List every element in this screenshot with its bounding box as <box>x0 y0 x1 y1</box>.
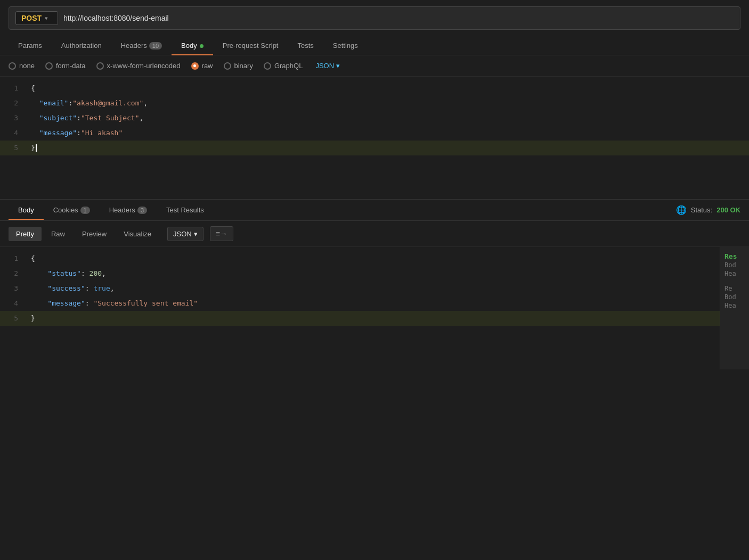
response-section: Body Cookies1 Headers3 Test Results 🌐 St… <box>0 200 749 369</box>
app-wrapper: POST ▾ Params Authorization Headers10 Bo… <box>0 6 749 369</box>
tab-headers[interactable]: Headers10 <box>111 36 172 55</box>
resp-tab-headers[interactable]: Headers3 <box>100 201 157 219</box>
resp-tab-body[interactable]: Body <box>9 201 44 219</box>
radio-none-icon <box>9 62 16 70</box>
response-tabs-bar: Body Cookies1 Headers3 Test Results 🌐 St… <box>0 200 749 221</box>
cursor <box>36 144 37 152</box>
right-res-label: Res <box>724 252 745 260</box>
format-tab-visualize[interactable]: Visualize <box>116 227 159 241</box>
radio-urlencoded-icon <box>96 62 104 70</box>
resp-line-1: 1 { <box>0 251 749 266</box>
tab-tests[interactable]: Tests <box>288 36 323 55</box>
body-dot-icon <box>200 44 203 48</box>
radio-raw-icon <box>191 62 199 70</box>
tab-body[interactable]: Body <box>172 36 213 55</box>
req-line-2: 2 "email":"akash@gmail.com", <box>0 96 749 111</box>
globe-icon: 🌐 <box>676 205 687 215</box>
tab-authorization[interactable]: Authorization <box>52 36 111 55</box>
response-format-bar: Pretty Raw Preview Visualize JSON ▾ ≡→ <box>0 221 749 247</box>
radio-binary-icon <box>224 62 231 70</box>
cookies-badge: 1 <box>80 207 90 214</box>
right-hea-label: Hea <box>724 270 745 277</box>
body-type-form-data[interactable]: form-data <box>45 62 86 70</box>
url-input[interactable] <box>63 14 734 22</box>
body-type-binary[interactable]: binary <box>224 62 253 70</box>
resp-tab-cookies[interactable]: Cookies1 <box>44 201 100 219</box>
format-tab-preview[interactable]: Preview <box>75 227 114 241</box>
body-type-bar: none form-data x-www-form-urlencoded raw… <box>0 55 749 77</box>
radio-graphql-icon <box>264 62 271 70</box>
right-bod-label: Bod <box>724 261 745 269</box>
resp-tab-test-results[interactable]: Test Results <box>157 201 214 219</box>
method-selector[interactable]: POST ▾ <box>15 11 58 25</box>
wrap-button[interactable]: ≡→ <box>210 226 233 241</box>
format-tab-pretty[interactable]: Pretty <box>9 227 42 241</box>
resp-line-2: 2 "status": 200, <box>0 266 749 281</box>
method-chevron-icon: ▾ <box>45 15 48 22</box>
body-type-none[interactable]: none <box>9 62 35 70</box>
right-bod2-label: Bod <box>724 293 745 301</box>
resp-line-4: 4 "message": "Successfully sent email" <box>0 296 749 311</box>
status-label: Status: <box>691 206 712 214</box>
json-format-selector[interactable]: JSON ▾ <box>315 62 340 70</box>
method-label: POST <box>21 14 42 22</box>
req-line-1: 1 { <box>0 81 749 96</box>
url-bar: POST ▾ <box>9 6 740 30</box>
right-re2-label: Re <box>724 285 745 292</box>
req-line-3: 3 "subject":"Test Subject", <box>0 111 749 126</box>
right-hea2-label: Hea <box>724 302 745 309</box>
request-body-editor[interactable]: 1 { 2 "email":"akash@gmail.com", 3 "subj… <box>0 77 749 199</box>
response-json-selector[interactable]: JSON ▾ <box>167 227 203 241</box>
tab-settings[interactable]: Settings <box>323 36 368 55</box>
body-type-raw[interactable]: raw <box>191 62 213 70</box>
req-line-5: 5 } <box>0 141 749 155</box>
resp-line-3: 3 "success": true, <box>0 281 749 296</box>
resp-headers-badge: 3 <box>137 207 147 214</box>
status-area: 🌐 Status: 200 OK <box>676 200 740 220</box>
status-value: 200 OK <box>717 206 740 214</box>
resp-line-5: 5 } <box>0 311 749 326</box>
tab-pre-request-script[interactable]: Pre-request Script <box>213 36 288 55</box>
resp-right-panel: Res Bod Hea Re Bod Hea <box>720 247 749 369</box>
body-type-urlencoded[interactable]: x-www-form-urlencoded <box>96 62 181 70</box>
radio-formdata-icon <box>45 62 53 70</box>
request-tabs-bar: Params Authorization Headers10 Body Pre-… <box>0 36 749 55</box>
req-line-4: 4 "message":"Hi akash" <box>0 126 749 141</box>
body-type-graphql[interactable]: GraphQL <box>264 62 303 70</box>
json-chevron-icon: ▾ <box>336 62 340 70</box>
response-body-editor: 1 { 2 "status": 200, 3 "success": true, … <box>0 247 749 369</box>
headers-badge: 10 <box>149 42 162 50</box>
resp-json-chevron-icon: ▾ <box>194 230 198 238</box>
format-tab-raw[interactable]: Raw <box>44 227 72 241</box>
tab-params[interactable]: Params <box>9 36 52 55</box>
